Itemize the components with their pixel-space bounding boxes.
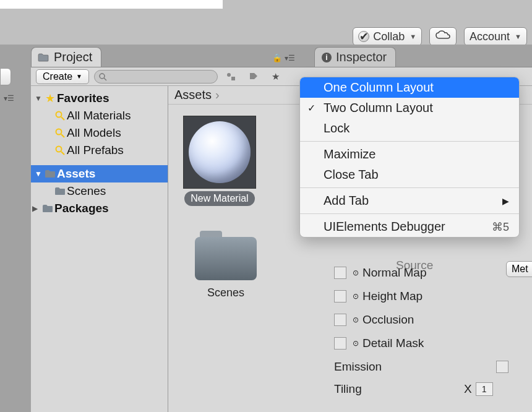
inspector-tiling: Tiling X 1 <box>334 379 532 400</box>
texture-slot[interactable] <box>334 337 346 350</box>
project-tab-label: Project <box>54 50 92 64</box>
asset-scenes-folder[interactable]: Scenes <box>186 231 266 299</box>
cloud-button[interactable] <box>429 27 457 46</box>
inspector-tab-label: Inspector <box>336 50 387 64</box>
menu-separator <box>300 141 519 142</box>
search-input[interactable] <box>94 70 218 84</box>
lock-icon[interactable]: 🔒 <box>272 53 282 62</box>
svg-point-8 <box>56 129 62 135</box>
account-button[interactable]: Account ▼ <box>464 27 527 46</box>
texture-slot[interactable] <box>334 314 346 326</box>
sidebar-packages[interactable]: ▶ Packages <box>31 200 168 217</box>
menu-one-column-layout[interactable]: One Column Layout <box>300 77 519 98</box>
left-panel-stub[interactable] <box>0 68 11 85</box>
tab-inspector[interactable]: i Inspector <box>314 47 396 67</box>
menu-label: Maximize <box>324 147 375 161</box>
info-icon: i <box>321 52 332 63</box>
folder-icon <box>43 170 57 178</box>
sidebar-fav-all-prefabs[interactable]: All Prefabs <box>31 142 168 159</box>
occlusion-label: Occlusion <box>363 313 414 327</box>
svg-point-6 <box>56 112 62 118</box>
svg-line-9 <box>61 134 64 137</box>
chevron-right-icon: ▶ <box>32 204 41 213</box>
folder-icon <box>53 187 67 195</box>
svg-rect-5 <box>231 77 235 80</box>
collab-icon: ✔ <box>358 31 369 42</box>
menu-maximize[interactable]: Maximize <box>300 144 519 165</box>
create-button[interactable]: Create ▼ <box>36 69 89 84</box>
inspector-detail-mask[interactable]: ⊙ Detail Mask <box>334 332 532 355</box>
account-label: Account <box>470 30 510 43</box>
breadcrumb-root: Assets <box>174 88 212 102</box>
detail-mask-label: Detail Mask <box>363 337 424 350</box>
panel-options-icon[interactable]: ▾☰ <box>285 54 295 62</box>
bullet-icon: ⊙ <box>353 315 359 324</box>
inspector-occlusion[interactable]: ⊙ Occlusion <box>334 308 532 332</box>
sidebar-fav-all-materials[interactable]: All Materials <box>31 107 168 124</box>
tab-project[interactable]: Project <box>31 47 101 67</box>
svg-line-11 <box>61 152 64 155</box>
asset-label: Scenes <box>207 286 244 299</box>
svg-line-3 <box>104 78 106 80</box>
search-icon <box>53 111 67 121</box>
svg-point-4 <box>227 73 231 77</box>
menu-label: Two Column Layout <box>324 101 433 115</box>
check-icon: ✓ <box>307 102 315 114</box>
texture-slot[interactable] <box>334 267 346 279</box>
menu-uielements-debugger[interactable]: UIElements Debugger ⌘5 <box>300 217 519 237</box>
panel-context-menu: One Column Layout ✓ Two Column Layout Lo… <box>299 77 520 238</box>
packages-label: Packages <box>54 202 109 215</box>
menu-label: Add Tab <box>324 194 369 208</box>
normal-map-label: Normal Map <box>363 266 426 280</box>
inspector-normal-map[interactable]: ⊙ Normal Map <box>334 261 532 285</box>
panel-options-icon[interactable]: ▾☰ <box>4 94 14 103</box>
inspector-height-map[interactable]: ⊙ Height Map <box>334 285 532 308</box>
sidebar-assets[interactable]: ▼ Assets <box>31 165 168 182</box>
chevron-down-icon: ▼ <box>35 94 43 103</box>
chevron-down-icon: ▼ <box>35 170 43 178</box>
bullet-icon: ⊙ <box>353 339 359 348</box>
svg-point-10 <box>56 147 62 152</box>
material-thumbnail <box>183 116 256 189</box>
menu-separator <box>300 187 519 188</box>
menu-close-tab[interactable]: Close Tab <box>300 165 519 185</box>
menu-lock[interactable]: Lock <box>300 118 519 139</box>
chevron-right-icon: ▶ <box>502 196 509 206</box>
folder-icon <box>41 204 54 213</box>
collab-button[interactable]: ✔ Collab ▼ <box>353 27 422 46</box>
sidebar-fav-all-models[interactable]: All Models <box>31 124 168 142</box>
chevron-right-icon: › <box>215 88 220 102</box>
assets-label: Assets <box>57 167 95 181</box>
chevron-down-icon: ▼ <box>515 33 521 40</box>
texture-slot[interactable] <box>334 290 346 303</box>
favorites-label: Favorites <box>57 92 109 105</box>
fav-item-label: All Models <box>67 126 121 140</box>
fav-item-label: All Materials <box>67 109 131 122</box>
tiling-x-label: X <box>464 382 472 396</box>
menu-separator <box>300 213 519 214</box>
project-sidebar: ▼ ★ Favorites All Materials All Models A… <box>31 86 168 412</box>
menu-label: One Column Layout <box>324 80 434 95</box>
sidebar-scenes[interactable]: Scenes <box>31 182 168 200</box>
menu-add-tab[interactable]: Add Tab ▶ <box>300 191 519 211</box>
scenes-label: Scenes <box>67 184 106 198</box>
menu-shortcut: ⌘5 <box>492 220 509 234</box>
filter-by-label-icon[interactable] <box>245 69 262 84</box>
cloud-icon <box>435 30 451 43</box>
fav-item-label: All Prefabs <box>67 144 124 157</box>
inspector-emission[interactable]: Emission <box>334 355 532 379</box>
tiling-x-field[interactable]: 1 <box>476 382 493 396</box>
bullet-icon: ⊙ <box>353 268 359 277</box>
menu-label: Lock <box>324 121 350 135</box>
svg-text:i: i <box>325 53 327 62</box>
search-icon <box>53 145 67 155</box>
emission-checkbox[interactable] <box>496 361 508 373</box>
chevron-down-icon: ▼ <box>76 73 82 80</box>
emission-label: Emission <box>334 360 465 374</box>
chevron-down-icon: ▼ <box>410 33 416 40</box>
menu-two-column-layout[interactable]: ✓ Two Column Layout <box>300 98 519 118</box>
sidebar-favorites[interactable]: ▼ ★ Favorites <box>31 90 168 107</box>
filter-by-type-icon[interactable] <box>223 69 240 84</box>
favorite-icon[interactable]: ★ <box>267 69 285 84</box>
menu-label: UIElements Debugger <box>324 220 445 234</box>
